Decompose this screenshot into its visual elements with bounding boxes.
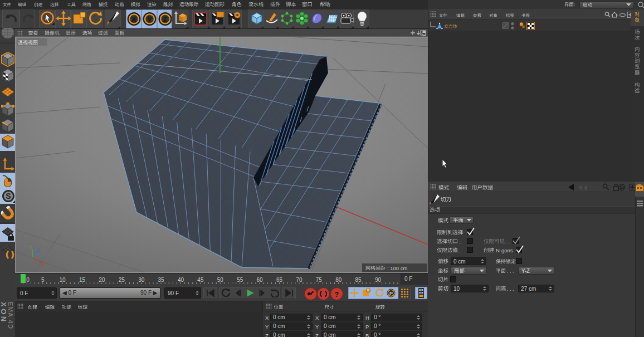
svg-text:90: 90 <box>375 277 382 283</box>
svg-text:85: 85 <box>355 277 362 283</box>
svg-text:40: 40 <box>178 277 184 283</box>
svg-text:65: 65 <box>276 277 283 283</box>
svg-text:30: 30 <box>138 277 145 283</box>
svg-text:Z: Z <box>163 15 168 23</box>
svg-text:80: 80 <box>335 277 342 283</box>
svg-text:25: 25 <box>119 277 125 283</box>
svg-text:X: X <box>131 15 136 23</box>
svg-text:35: 35 <box>158 277 165 283</box>
svg-text:10: 10 <box>60 277 66 283</box>
svg-text:P: P <box>389 291 393 296</box>
svg-text:45: 45 <box>197 277 204 283</box>
svg-text:20: 20 <box>99 277 105 283</box>
svg-text:55: 55 <box>237 277 243 283</box>
svg-text:70: 70 <box>296 277 303 283</box>
svg-text:Y: Y <box>29 245 32 250</box>
svg-text:Z: Z <box>37 247 40 253</box>
svg-text:15: 15 <box>79 277 86 283</box>
svg-text:0: 0 <box>26 277 30 283</box>
svg-text:X: X <box>41 261 45 267</box>
svg-text:75: 75 <box>316 277 323 283</box>
svg-text:5: 5 <box>41 277 45 283</box>
svg-text:Y: Y <box>147 15 152 23</box>
svg-text:50: 50 <box>217 277 224 283</box>
svg-text:60: 60 <box>257 277 264 283</box>
svg-text:S: S <box>6 192 11 201</box>
svg-text:?: ? <box>334 290 338 298</box>
